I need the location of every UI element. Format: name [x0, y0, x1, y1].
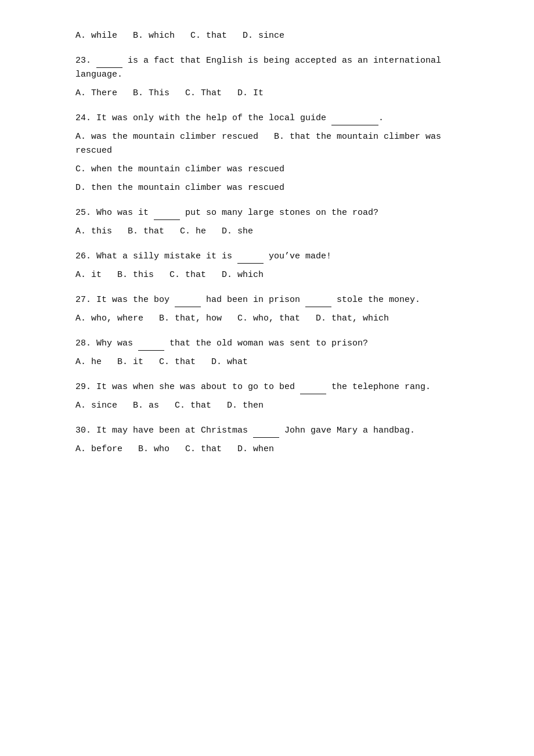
question-25-options: A. this B. that C. he D. she [75, 225, 459, 239]
question-24-options-d: D. then the mountain climber was rescued [75, 181, 459, 195]
question-26-block: 26. What a silly mistake it is you’ve ma… [75, 249, 459, 282]
question-27-block: 27. It was the boy had been in prison st… [75, 293, 459, 326]
top-options-block: A. while B. which C. that D. since [75, 29, 459, 43]
blank-23 [96, 53, 122, 68]
question-27-options: A. who, where B. that, how C. who, that … [75, 312, 459, 326]
blank-29 [300, 380, 326, 394]
blank-24 [331, 111, 378, 125]
blank-28 [138, 336, 164, 351]
blank-27b [305, 293, 331, 307]
question-26-text: 26. What a silly mistake it is you’ve ma… [75, 249, 459, 264]
blank-27a [175, 293, 201, 307]
question-29-block: 29. It was when she was about to go to b… [75, 380, 459, 413]
question-23-options: A. There B. This C. That D. It [75, 87, 459, 100]
question-30-options: A. before B. who C. that D. when [75, 442, 459, 456]
question-23-text: 23. is a fact that English is being acce… [75, 53, 459, 82]
question-29-options: A. since B. as C. that D. then [75, 399, 459, 413]
content-area: A. while B. which C. that D. since 23. i… [75, 29, 459, 456]
blank-25 [154, 206, 180, 220]
question-30-block: 30. It may have been at Christmas John g… [75, 423, 459, 456]
top-options-line: A. while B. which C. that D. since [75, 29, 459, 43]
question-23-block: 23. is a fact that English is being acce… [75, 53, 459, 100]
question-29-text: 29. It was when she was about to go to b… [75, 380, 459, 394]
question-27-text: 27. It was the boy had been in prison st… [75, 293, 459, 307]
question-25-text: 25. Who was it put so many large stones … [75, 206, 459, 220]
question-25-block: 25. Who was it put so many large stones … [75, 206, 459, 239]
question-24-block: 24. It was only with the help of the loc… [75, 111, 459, 195]
question-30-text: 30. It may have been at Christmas John g… [75, 423, 459, 438]
blank-26 [237, 249, 264, 264]
question-24-options-ab: A. was the mountain climber rescued B. t… [75, 130, 459, 158]
question-24-options-c: C. when the mountain climber was rescued [75, 163, 459, 177]
question-24-text: 24. It was only with the help of the loc… [75, 111, 459, 125]
question-26-options: A. it B. this C. that D. which [75, 268, 459, 282]
question-28-text: 28. Why was that the old woman was sent … [75, 336, 459, 351]
blank-30 [253, 423, 279, 438]
question-28-block: 28. Why was that the old woman was sent … [75, 336, 459, 369]
question-28-options: A. he B. it C. that D. what [75, 355, 459, 369]
